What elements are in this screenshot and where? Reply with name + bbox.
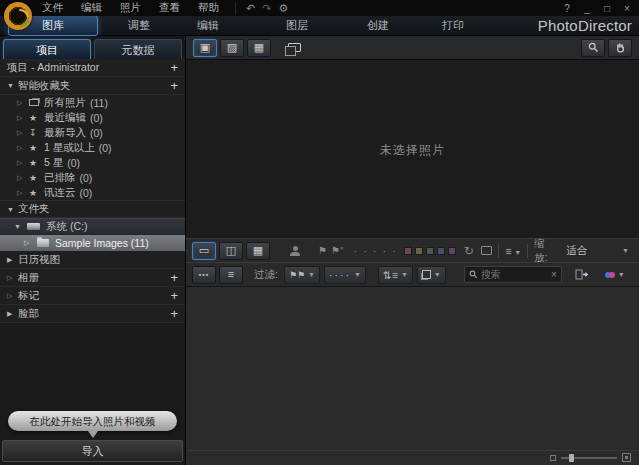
- smart-collection-header-row[interactable]: ▼ 智能收藏夹 +: [0, 77, 185, 95]
- tab-create[interactable]: 创建: [357, 16, 399, 35]
- rating-dot[interactable]: ·: [382, 245, 386, 257]
- tab-metadata[interactable]: 元数据: [94, 39, 182, 59]
- tree-item-5-star[interactable]: ▷ ★ 5 星 (0): [0, 155, 185, 170]
- color-chip-purple[interactable]: [448, 247, 456, 255]
- single-view-button[interactable]: ▭: [192, 242, 216, 260]
- rating-dot[interactable]: ·: [392, 245, 396, 257]
- tree-item-1-star-up[interactable]: ▷ ★ 1 星或以上 (0): [0, 140, 185, 155]
- dual-display-button[interactable]: [282, 39, 306, 57]
- search-box[interactable]: ×: [464, 266, 562, 283]
- add-project-button[interactable]: +: [170, 63, 178, 73]
- color-chip-blue[interactable]: [437, 247, 445, 255]
- menu-file[interactable]: 文件: [36, 0, 69, 16]
- menu-edit[interactable]: 编辑: [75, 0, 108, 16]
- tree-item-label: 5 星: [44, 156, 63, 170]
- color-chip-yellow[interactable]: [415, 247, 423, 255]
- slider-handle[interactable]: [569, 454, 574, 462]
- tree-item-recently-edited[interactable]: ▷ ★ 最近编辑 (0): [0, 110, 185, 125]
- slider-track[interactable]: [561, 457, 617, 459]
- tree-item-excluded[interactable]: ▷ ★ 已排除 (0): [0, 170, 185, 185]
- expand-arrow-icon[interactable]: ▷: [7, 292, 18, 300]
- rating-dot[interactable]: ·: [363, 245, 367, 257]
- view-options-button[interactable]: ≡▼: [505, 245, 521, 257]
- rotate-left-icon[interactable]: ↻: [464, 244, 474, 258]
- tab-layers[interactable]: 图层: [276, 16, 318, 35]
- thumbnail-view-button[interactable]: ▪▪▪: [192, 266, 216, 284]
- tab-edit[interactable]: 编辑: [187, 16, 229, 35]
- import-button[interactable]: 导入: [2, 440, 183, 462]
- share-dropdown[interactable]: ▼: [601, 266, 629, 284]
- expand-arrow-icon[interactable]: ▷: [17, 159, 29, 167]
- settings-gear-icon[interactable]: ⚙: [278, 2, 288, 15]
- thumbnail-size-slider[interactable]: [550, 453, 631, 462]
- view-viewer-only-button[interactable]: ▨: [220, 39, 244, 57]
- menu-help[interactable]: 帮助: [192, 0, 225, 16]
- add-smart-collection-button[interactable]: +: [170, 81, 178, 91]
- rating-filter-dropdown[interactable]: ···· ▼: [324, 266, 366, 284]
- tree-item-latest-import[interactable]: ▷ ↧ 最新导入 (0): [0, 125, 185, 140]
- expand-arrow-icon[interactable]: ▶: [7, 310, 18, 318]
- clear-search-icon[interactable]: ×: [551, 269, 557, 280]
- tree-item-count: (0): [67, 157, 80, 169]
- zoom-select[interactable]: 适合 ▼: [562, 242, 633, 260]
- expand-arrow-icon[interactable]: ▷: [17, 189, 29, 197]
- flag-pick-icon[interactable]: ⚑: [318, 245, 327, 256]
- collapse-arrow-icon[interactable]: ▼: [14, 223, 25, 230]
- help-button[interactable]: ?: [562, 3, 572, 14]
- tree-item-all-photos[interactable]: ▷ 所有照片 (11): [0, 95, 185, 110]
- tab-print[interactable]: 打印: [432, 16, 474, 35]
- menu-view[interactable]: 查看: [153, 0, 186, 16]
- tab-adjust[interactable]: 调整: [118, 16, 160, 35]
- stack-dropdown[interactable]: ▼: [417, 266, 446, 284]
- rotate-canvas-icon[interactable]: [481, 246, 492, 255]
- redo-icon[interactable]: ↷: [262, 2, 271, 15]
- tab-project[interactable]: 项目: [3, 39, 91, 59]
- undo-icon[interactable]: ↶: [246, 2, 255, 15]
- drive-row-system-c[interactable]: ▼ 系统 (C:): [0, 218, 185, 235]
- rating-dot[interactable]: ·: [373, 245, 377, 257]
- folder-row-sample-images[interactable]: ▷ Sample Images (11): [0, 235, 185, 251]
- maximize-button[interactable]: □: [602, 3, 612, 14]
- search-input[interactable]: [481, 269, 551, 280]
- add-album-button[interactable]: +: [170, 273, 178, 283]
- sort-dropdown[interactable]: ⇅≡ ▼: [378, 266, 413, 284]
- expand-arrow-icon[interactable]: ▷: [24, 239, 35, 247]
- close-button[interactable]: ×: [622, 3, 632, 14]
- section-albums[interactable]: ▷ 相册 +: [0, 269, 185, 287]
- expand-arrow-icon[interactable]: ▷: [7, 274, 18, 282]
- add-face-button[interactable]: +: [170, 309, 178, 319]
- compare-view-button[interactable]: ◫: [219, 242, 243, 260]
- color-chip-red[interactable]: [404, 247, 412, 255]
- expand-arrow-icon[interactable]: ▷: [17, 174, 29, 182]
- view-browser-and-viewer-button[interactable]: ▣: [193, 39, 217, 57]
- add-tag-button[interactable]: +: [170, 291, 178, 301]
- list-view-button[interactable]: ≡: [219, 266, 243, 284]
- expand-arrow-icon[interactable]: ▷: [17, 99, 29, 107]
- rating-dot[interactable]: ·: [353, 245, 357, 257]
- collapse-arrow-icon[interactable]: ▼: [7, 206, 18, 213]
- face-tag-button[interactable]: [283, 242, 307, 260]
- expand-arrow-icon[interactable]: ▷: [17, 114, 29, 122]
- multi-view-button[interactable]: ▦: [246, 242, 270, 260]
- folders-header-row[interactable]: ▼ 文件夹: [0, 200, 185, 218]
- expand-arrow-icon[interactable]: ▶: [7, 256, 18, 264]
- star-rating-control[interactable]: ·····: [353, 245, 395, 257]
- project-header-row[interactable]: 项目 - Administrator +: [0, 59, 185, 77]
- section-tags[interactable]: ▷ 标记 +: [0, 287, 185, 305]
- tree-item-cyberlink-cloud[interactable]: ▷ ★ 讯连云 (0): [0, 185, 185, 200]
- pan-tool-button[interactable]: [608, 39, 632, 57]
- expand-arrow-icon[interactable]: ▷: [17, 129, 29, 137]
- color-chip-green[interactable]: [426, 247, 434, 255]
- color-label-control[interactable]: [404, 247, 456, 255]
- menu-photo[interactable]: 照片: [114, 0, 147, 16]
- export-button[interactable]: [570, 266, 594, 284]
- view-browser-only-button[interactable]: ▦: [247, 39, 271, 57]
- section-calendar-view[interactable]: ▶ 日历视图: [0, 251, 185, 269]
- zoom-tool-button[interactable]: [581, 39, 605, 57]
- collapse-arrow-icon[interactable]: ▼: [7, 82, 18, 89]
- minimize-button[interactable]: _: [582, 3, 592, 14]
- section-faces[interactable]: ▶ 脸部 +: [0, 305, 185, 323]
- expand-arrow-icon[interactable]: ▷: [17, 144, 29, 152]
- flag-reject-icon[interactable]: ⚑×: [331, 245, 343, 256]
- flag-filter-dropdown[interactable]: ⚑⚑ ▼: [284, 266, 320, 284]
